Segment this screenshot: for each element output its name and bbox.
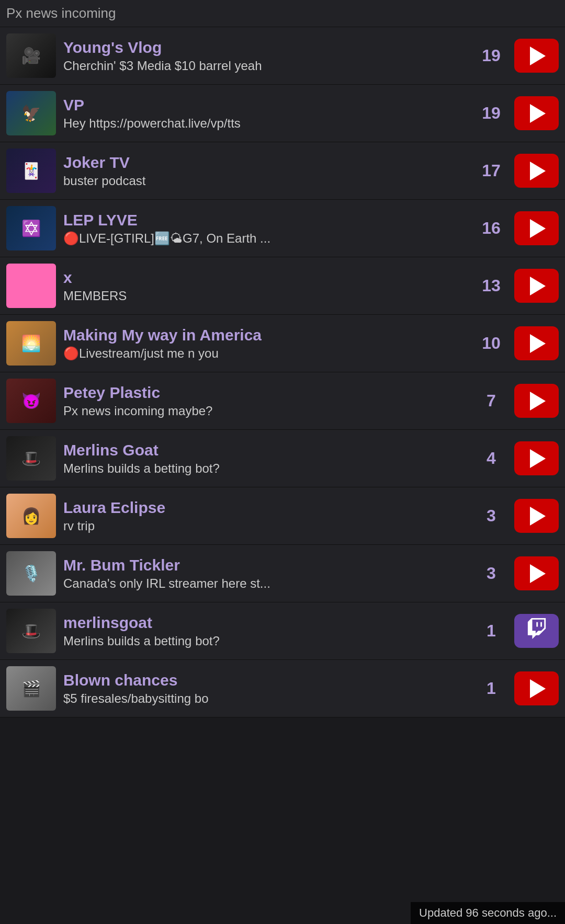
channel-name-laura-eclipse: Laura Eclipse xyxy=(63,499,468,517)
play-icon xyxy=(530,564,546,583)
thumbnail-youngs-vlog: 🎥 xyxy=(6,33,56,78)
thumbnail-making-my-way: 🌅 xyxy=(6,321,56,366)
play-icon xyxy=(530,219,546,238)
stream-info-making-my-way: Making My way in America🔴Livestream/just… xyxy=(63,326,468,361)
channel-name-mr-bum-tickler: Mr. Bum Tickler xyxy=(63,556,468,574)
channel-name-merlinsgoat: merlinsgoat xyxy=(63,614,468,632)
viewer-count-blown-chances: 1 xyxy=(476,679,507,698)
play-button-petey-plastic[interactable] xyxy=(514,384,559,418)
thumbnail-joker-tv: 🃏 xyxy=(6,149,56,193)
stream-info-laura-eclipse: Laura Eclipserv trip xyxy=(63,499,468,533)
play-icon xyxy=(530,162,546,180)
play-button-mr-bum-tickler[interactable] xyxy=(514,556,559,590)
stream-item-youngs-vlog[interactable]: 🎥Young's VlogCherchin' $3 Media $10 barr… xyxy=(0,27,565,85)
channel-name-vp: VP xyxy=(63,96,468,114)
stream-list: Px news incoming 🎥Young's VlogCherchin' … xyxy=(0,0,565,717)
stream-title-blown-chances: $5 firesales/babysitting bo xyxy=(63,691,468,706)
channel-name-x: x xyxy=(63,269,468,287)
stream-info-lep-lyve: LEP LYVE🔴LIVE-[GTIRL]🆓🌤G7, On Earth ... xyxy=(63,211,468,246)
stream-info-x: xMEMBERS xyxy=(63,269,468,303)
stream-info-joker-tv: Joker TVbuster podcast xyxy=(63,154,468,188)
stream-info-merlins-goat: Merlins GoatMerlins builds a betting bot… xyxy=(63,441,468,476)
play-button-laura-eclipse[interactable] xyxy=(514,499,559,533)
viewer-count-mr-bum-tickler: 3 xyxy=(476,564,507,583)
stream-title-youngs-vlog: Cherchin' $3 Media $10 barrel yeah xyxy=(63,59,468,73)
play-icon xyxy=(530,47,546,65)
play-button-lep-lyve[interactable] xyxy=(514,211,559,245)
stream-item-vp[interactable]: 🦅VPHey https://powerchat.live/vp/tts19 xyxy=(0,85,565,142)
viewer-count-merlins-goat: 4 xyxy=(476,449,507,468)
play-icon xyxy=(530,277,546,295)
stream-info-youngs-vlog: Young's VlogCherchin' $3 Media $10 barre… xyxy=(63,39,468,73)
stream-title-x: MEMBERS xyxy=(63,289,468,303)
stream-item-mr-bum-tickler[interactable]: 🎙️Mr. Bum TicklerCanada's only IRL strea… xyxy=(0,545,565,602)
play-icon xyxy=(530,679,546,698)
viewer-count-petey-plastic: 7 xyxy=(476,391,507,410)
twitch-icon xyxy=(526,618,547,644)
stream-info-merlinsgoat: merlinsgoatMerlins builds a betting bot? xyxy=(63,614,468,648)
channel-name-petey-plastic: Petey Plastic xyxy=(63,384,468,402)
channel-name-youngs-vlog: Young's Vlog xyxy=(63,39,468,56)
stream-title-laura-eclipse: rv trip xyxy=(63,519,468,533)
stream-info-blown-chances: Blown chances$5 firesales/babysitting bo xyxy=(63,671,468,706)
viewer-count-vp: 19 xyxy=(476,104,507,123)
play-button-merlinsgoat[interactable] xyxy=(514,614,559,648)
thumbnail-merlins-goat: 🎩 xyxy=(6,436,56,481)
stream-item-merlins-goat[interactable]: 🎩Merlins GoatMerlins builds a betting bo… xyxy=(0,430,565,487)
play-icon xyxy=(530,392,546,410)
viewer-count-x: 13 xyxy=(476,276,507,295)
stream-info-petey-plastic: Petey PlasticPx news incoming maybe? xyxy=(63,384,468,418)
play-icon xyxy=(530,449,546,468)
play-button-blown-chances[interactable] xyxy=(514,671,559,705)
stream-title-making-my-way: 🔴Livestream/just me n you xyxy=(63,346,468,361)
viewer-count-making-my-way: 10 xyxy=(476,334,507,353)
viewer-count-laura-eclipse: 3 xyxy=(476,506,507,526)
play-icon xyxy=(530,334,546,353)
channel-name-blown-chances: Blown chances xyxy=(63,671,468,689)
stream-title-petey-plastic: Px news incoming maybe? xyxy=(63,404,468,418)
play-icon xyxy=(530,507,546,526)
stream-item-joker-tv[interactable]: 🃏Joker TVbuster podcast17 xyxy=(0,142,565,200)
stream-item-petey-plastic[interactable]: 😈Petey PlasticPx news incoming maybe?7 xyxy=(0,372,565,430)
stream-item-x[interactable]: xMEMBERS13 xyxy=(0,257,565,315)
status-bar: Updated 96 seconds ago... xyxy=(411,902,565,924)
play-icon xyxy=(530,104,546,123)
thumbnail-petey-plastic: 😈 xyxy=(6,379,56,423)
stream-item-laura-eclipse[interactable]: 👩Laura Eclipserv trip3 xyxy=(0,487,565,545)
thumbnail-merlinsgoat: 🎩 xyxy=(6,609,56,653)
viewer-count-youngs-vlog: 19 xyxy=(476,46,507,65)
thumbnail-mr-bum-tickler: 🎙️ xyxy=(6,551,56,596)
stream-info-mr-bum-tickler: Mr. Bum TicklerCanada's only IRL streame… xyxy=(63,556,468,591)
channel-name-joker-tv: Joker TV xyxy=(63,154,468,172)
stream-title-mr-bum-tickler: Canada's only IRL streamer here st... xyxy=(63,576,468,591)
thumbnail-vp: 🦅 xyxy=(6,91,56,135)
viewer-count-merlinsgoat: 1 xyxy=(476,621,507,641)
stream-item-lep-lyve[interactable]: ✡️LEP LYVE🔴LIVE-[GTIRL]🆓🌤G7, On Earth ..… xyxy=(0,200,565,257)
channel-name-lep-lyve: LEP LYVE xyxy=(63,211,468,229)
play-button-x[interactable] xyxy=(514,269,559,303)
thumbnail-laura-eclipse: 👩 xyxy=(6,494,56,538)
thumbnail-blown-chances: 🎬 xyxy=(6,666,56,711)
play-button-vp[interactable] xyxy=(514,96,559,130)
stream-item-making-my-way[interactable]: 🌅Making My way in America🔴Livestream/jus… xyxy=(0,315,565,372)
play-button-youngs-vlog[interactable] xyxy=(514,39,559,73)
thumbnail-lep-lyve: ✡️ xyxy=(6,206,56,250)
thumbnail-x xyxy=(6,264,56,308)
stream-info-vp: VPHey https://powerchat.live/vp/tts xyxy=(63,96,468,131)
viewer-count-lep-lyve: 16 xyxy=(476,219,507,238)
channel-name-making-my-way: Making My way in America xyxy=(63,326,468,344)
header-text: Px news incoming xyxy=(6,5,116,21)
stream-title-vp: Hey https://powerchat.live/vp/tts xyxy=(63,116,468,131)
channel-name-merlins-goat: Merlins Goat xyxy=(63,441,468,459)
play-button-joker-tv[interactable] xyxy=(514,154,559,188)
stream-title-merlinsgoat: Merlins builds a betting bot? xyxy=(63,634,468,648)
stream-title-joker-tv: buster podcast xyxy=(63,174,468,188)
stream-title-lep-lyve: 🔴LIVE-[GTIRL]🆓🌤G7, On Earth ... xyxy=(63,231,468,246)
play-button-making-my-way[interactable] xyxy=(514,326,559,360)
viewer-count-joker-tv: 17 xyxy=(476,161,507,180)
stream-item-merlinsgoat[interactable]: 🎩merlinsgoatMerlins builds a betting bot… xyxy=(0,602,565,660)
stream-item-blown-chances[interactable]: 🎬Blown chances$5 firesales/babysitting b… xyxy=(0,660,565,717)
play-button-merlins-goat[interactable] xyxy=(514,441,559,475)
stream-title-merlins-goat: Merlins builds a betting bot? xyxy=(63,461,468,476)
header-bar: Px news incoming xyxy=(0,0,565,27)
